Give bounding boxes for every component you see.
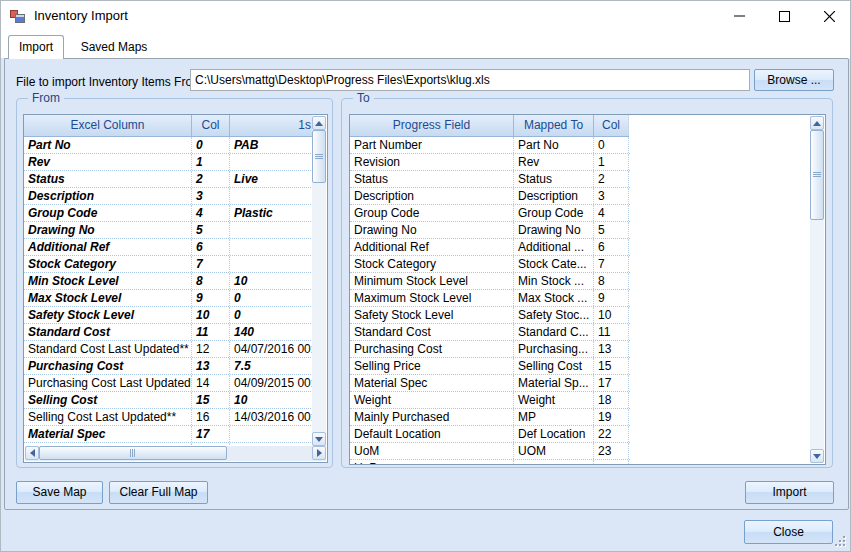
progress-field-cell[interactable]: Purchasing Cost	[350, 341, 513, 357]
col-cell[interactable]: 4	[191, 205, 229, 221]
excel-column-cell[interactable]: Material Spec	[24, 426, 191, 442]
table-row[interactable]: StatusStatus2	[350, 171, 630, 188]
progress-field-cell[interactable]: Selling Price	[350, 358, 513, 374]
close-button[interactable]: Close	[744, 520, 833, 544]
progress-field-cell[interactable]: Weight	[350, 392, 513, 408]
save-map-button[interactable]: Save Map	[16, 481, 103, 504]
col-cell[interactable]: 5	[191, 222, 229, 238]
col-cell[interactable]: 18	[593, 392, 629, 408]
excel-column-cell[interactable]: Rev	[24, 154, 191, 170]
table-row[interactable]: Max Stock Level90	[24, 290, 313, 307]
mapped-to-cell[interactable]: Material Sp...	[513, 375, 593, 391]
col-cell[interactable]: 5	[593, 222, 629, 238]
progress-field-cell[interactable]: Drawing No	[350, 222, 513, 238]
from-horizontal-scrollbar[interactable]	[25, 446, 326, 461]
col-cell[interactable]: 15	[191, 392, 229, 408]
mapped-to-cell[interactable]: Standard C...	[513, 324, 593, 340]
table-row[interactable]: Drawing No5	[24, 222, 313, 239]
excel-column-cell[interactable]: Safety Stock Level	[24, 307, 191, 323]
progress-field-cell[interactable]: Maximum Stock Level	[350, 290, 513, 306]
col-cell[interactable]: 10	[191, 307, 229, 323]
resize-grip[interactable]	[835, 536, 847, 548]
table-row[interactable]: Purchasing Cost137.5	[24, 358, 313, 375]
table-row[interactable]: Material Spec17	[24, 426, 313, 443]
progress-field-cell[interactable]: Additional Ref	[350, 239, 513, 255]
progress-field-cell[interactable]: Description	[350, 188, 513, 204]
mapped-to-cell[interactable]	[513, 460, 593, 465]
progress-field-cell[interactable]: Status	[350, 171, 513, 187]
col-cell[interactable]: 8	[593, 273, 629, 289]
excel-column-cell[interactable]: Status	[24, 171, 191, 187]
mapped-to-cell[interactable]: Stock Cate...	[513, 256, 593, 272]
mapped-to-cell[interactable]: MP	[513, 409, 593, 425]
titlebar[interactable]: Inventory Import	[1, 1, 850, 31]
col-cell[interactable]: 8	[191, 273, 229, 289]
scroll-up-button[interactable]	[312, 116, 326, 130]
mapped-to-cell[interactable]: Max Stock ...	[513, 290, 593, 306]
mapped-to-cell[interactable]: Purchasing...	[513, 341, 593, 357]
first-row-cell[interactable]: 140	[229, 324, 313, 340]
scroll-down-button[interactable]	[810, 449, 824, 463]
table-row[interactable]: Minimum Stock LevelMin Stock ...8	[350, 273, 630, 290]
table-row[interactable]: Standard CostStandard C...11	[350, 324, 630, 341]
table-row[interactable]: Default LocationDef Location22	[350, 426, 630, 443]
progress-field-cell[interactable]: Revision	[350, 154, 513, 170]
col-cell[interactable]: 11	[191, 324, 229, 340]
mapped-to-cell[interactable]: Drawing No	[513, 222, 593, 238]
first-row-cell[interactable]: 0	[229, 290, 313, 306]
first-row-cell[interactable]: 10	[229, 392, 313, 408]
table-row[interactable]: Group Code4Plastic	[24, 205, 313, 222]
col-cell[interactable]: 9	[593, 290, 629, 306]
col-cell[interactable]: 11	[593, 324, 629, 340]
scrollbar-thumb[interactable]	[810, 130, 824, 220]
table-row[interactable]: Additional Ref6	[24, 239, 313, 256]
first-row-cell[interactable]: 14/03/2016 00:00	[229, 409, 313, 425]
progress-field-cell[interactable]: Mainly Purchased	[350, 409, 513, 425]
header-col[interactable]: Col	[593, 115, 629, 136]
mapped-to-cell[interactable]: Min Stock ...	[513, 273, 593, 289]
table-row[interactable]: WeightWeight18	[350, 392, 630, 409]
table-row[interactable]: RevisionRev1	[350, 154, 630, 171]
first-row-cell[interactable]: PAB	[229, 137, 313, 153]
mapped-to-cell[interactable]: UOM	[513, 443, 593, 459]
first-row-cell[interactable]	[229, 256, 313, 272]
col-cell[interactable]: 17	[191, 426, 229, 442]
table-row[interactable]: Selling Cost1510	[24, 392, 313, 409]
table-row[interactable]: Material SpecMaterial Sp...17	[350, 375, 630, 392]
col-cell[interactable]: 1	[191, 154, 229, 170]
col-cell[interactable]: 13	[593, 341, 629, 357]
table-row[interactable]: Safety Stock LevelSafety Stoc...10	[350, 307, 630, 324]
col-cell[interactable]: 7	[191, 256, 229, 272]
first-row-cell[interactable]: 0	[229, 307, 313, 323]
scrollbar-thumb[interactable]	[312, 130, 326, 183]
table-row[interactable]: Rev1	[24, 154, 313, 171]
scrollbar-thumb[interactable]	[39, 446, 227, 460]
tab-import[interactable]: Import	[8, 35, 64, 59]
mapped-to-cell[interactable]: Weight	[513, 392, 593, 408]
first-row-cell[interactable]: 10	[229, 273, 313, 289]
col-cell[interactable]: 14	[191, 375, 229, 391]
excel-column-cell[interactable]: Drawing No	[24, 222, 191, 238]
table-row[interactable]: Safety Stock Level100	[24, 307, 313, 324]
table-row[interactable]: Min Stock Level810	[24, 273, 313, 290]
excel-column-cell[interactable]: Standard Cost Last Updated**	[24, 341, 191, 357]
table-row[interactable]: Description3	[24, 188, 313, 205]
excel-column-cell[interactable]: Purchasing Cost Last Updated**	[24, 375, 191, 391]
browse-button[interactable]: Browse ...	[754, 69, 834, 91]
col-cell[interactable]: 4	[593, 205, 629, 221]
scroll-up-button[interactable]	[810, 116, 824, 130]
to-vertical-scrollbar[interactable]	[810, 116, 824, 463]
header-progress-field[interactable]: Progress Field	[350, 115, 513, 136]
col-cell[interactable]: 22	[593, 426, 629, 442]
first-row-cell[interactable]	[229, 426, 313, 442]
excel-column-cell[interactable]: Standard Cost	[24, 324, 191, 340]
clear-full-map-button[interactable]: Clear Full Map	[109, 481, 208, 504]
col-cell[interactable]: 10	[593, 307, 629, 323]
mapped-to-cell[interactable]: Description	[513, 188, 593, 204]
col-cell[interactable]: 2	[593, 171, 629, 187]
table-row[interactable]: Mainly PurchasedMP19	[350, 409, 630, 426]
table-row[interactable]: Standard Cost Last Updated**1204/07/2016…	[24, 341, 313, 358]
mapped-to-cell[interactable]: Selling Cost	[513, 358, 593, 374]
col-cell[interactable]: 9	[191, 290, 229, 306]
col-cell[interactable]: 12	[191, 341, 229, 357]
